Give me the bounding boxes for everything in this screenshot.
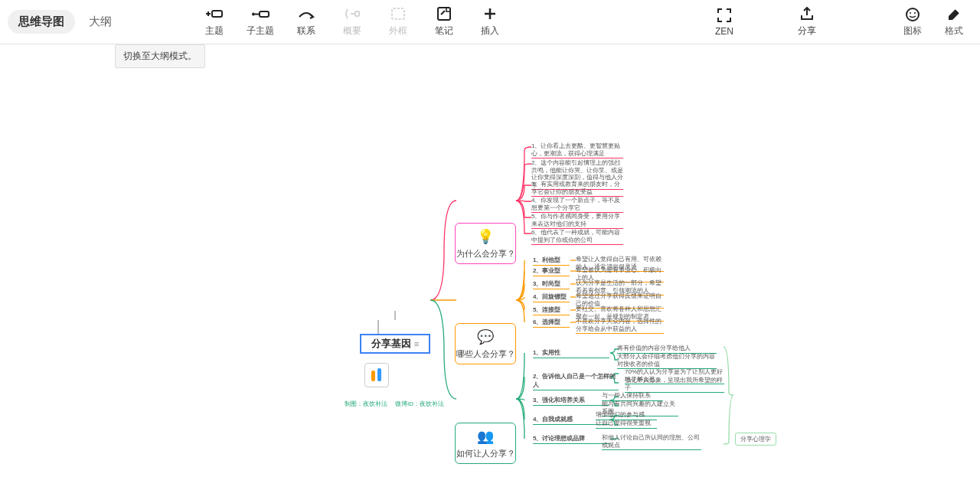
topic-icon [206, 6, 223, 21]
list-item[interactable]: 3、强化和培养关系与一些人保持联系能与有共同兴趣的人建立关系圈 [533, 396, 609, 406]
svg-rect-1 [260, 11, 269, 17]
svg-rect-5 [438, 8, 450, 20]
icon-panel-button[interactable]: 图标 [894, 4, 931, 41]
list-item[interactable]: 4、自我成就感增加他们的参与感让自己觉得很受重视 [533, 415, 609, 425]
list-item[interactable]: 5、连接型要社交、喜欢将各种人和思想汇聚在一起，是规划的制定者 [533, 305, 570, 315]
svg-point-6 [906, 8, 919, 21]
view-switch: 思维导图 大纲 [8, 10, 119, 34]
relation-icon [298, 6, 315, 21]
list-item[interactable]: 3、时尚型认为分享是生活的一部分，希望看着有创意、引领潮流的人 [533, 279, 570, 289]
insert-button[interactable]: 插入 [467, 4, 513, 41]
plus-icon [483, 6, 497, 21]
toolbar-group-share: 分享 [784, 4, 830, 41]
mindmap-canvas[interactable]: 分享基因 ≡ 制图：夜饮补法 微博ID：夜饮补法 💡 为什么会分享？ 💬 哪些人… [0, 44, 980, 503]
svg-rect-4 [392, 8, 404, 19]
boundary-icon [391, 6, 405, 21]
toolbar-group-edit: 主题 子主题 联系 概要 外框 笔记 插入 [191, 4, 513, 41]
note-icon [437, 6, 451, 21]
lightbulb-icon: 💡 [477, 228, 494, 245]
root-node[interactable]: 分享基因 ≡ [360, 334, 430, 354]
topic-button[interactable]: 主题 [191, 4, 237, 41]
branch-who[interactable]: 💬 哪些人会分享？ [455, 323, 516, 364]
svg-rect-9 [371, 371, 375, 381]
list-item[interactable]: 1、利他型希望让人觉得自己有用、可依赖的人，通常消息很灵通 [533, 256, 570, 266]
boundary-button: 外框 [375, 4, 421, 41]
branch-label: 哪些人会分享？ [456, 348, 515, 360]
smile-icon [905, 7, 920, 22]
zen-button[interactable]: ZEN [701, 4, 747, 41]
attachment-node[interactable] [364, 363, 389, 387]
svg-point-7 [910, 12, 911, 14]
list-item[interactable]: 6、选择型不喜欢分享大众内容，选择性的分享给会从中获益的人 [533, 318, 570, 328]
right-tools: 图标 格式 [894, 4, 972, 41]
list-item[interactable]: 2、告诉他人自己是一个怎样的人70%的人认为分享是为了让别人更好地了解自己强化个… [533, 372, 619, 390]
list-item[interactable]: 1、实用性将有价值的内容分享给他人大部分人会仔细考虑他们分享的内容对接收者的价值 [533, 348, 609, 358]
svg-point-8 [914, 12, 916, 14]
svg-rect-0 [212, 11, 222, 17]
branch-why[interactable]: 💡 为什么会分享？ [455, 223, 516, 264]
list-item[interactable]: 1、让你看上去更酷、更智慧更贴心，更潮流，获得心理满足 [531, 142, 623, 158]
note-button[interactable]: 笔记 [421, 4, 467, 41]
svg-point-2 [252, 13, 255, 16]
list-item[interactable]: 4、回旋镖型希望通过分享获得反馈来证明自己的价值 [533, 292, 570, 302]
share-button[interactable]: 分享 [784, 4, 830, 41]
list-item[interactable]: 6、他代表了一种成就，可能内容中提到了你或你的公司 [531, 229, 623, 245]
list-item[interactable]: 3、有实用或教育来的朋友时，分享它会让你的朋友受益 [531, 181, 623, 197]
format-icon [946, 7, 962, 22]
attachment-caption: 制图：夜饮补法 微博ID：夜饮补法 [345, 400, 444, 408]
format-panel-button[interactable]: 格式 [936, 4, 972, 41]
summary-button: 概要 [329, 4, 375, 41]
root-label: 分享基因 [371, 337, 411, 351]
note-indicator-icon: ≡ [414, 339, 419, 348]
list-item[interactable]: 4、你发现了一个新点子，等不及想要第一个分享它 [531, 197, 623, 213]
list-item[interactable]: 5、你与作者感同身受，要用分享来表达对他们的支持 [531, 213, 623, 229]
people-icon: 👥 [477, 428, 494, 445]
list-item[interactable]: 5、讨论理想或品牌和他人讨论自己所认同的理想、公司或观点 [533, 434, 609, 444]
summary-icon [345, 6, 360, 21]
branch-label: 为什么会分享？ [456, 248, 515, 260]
chat-icon: 💬 [477, 328, 494, 345]
svg-rect-10 [377, 368, 381, 381]
svg-rect-3 [355, 11, 359, 16]
relation-button[interactable]: 联系 [283, 4, 329, 41]
attachment-icon [370, 367, 384, 384]
list-item[interactable]: 2、事业型希望被认为是有事业心、积极向上的人 [533, 266, 570, 276]
toolbar-group-view: ZEN [701, 4, 747, 41]
subtopic-icon [251, 6, 270, 21]
view-outline-tab[interactable]: 大纲 [81, 10, 119, 34]
subtopic-button[interactable]: 子主题 [237, 4, 283, 41]
view-mindmap-tab[interactable]: 思维导图 [8, 10, 75, 34]
top-toolbar: 思维导图 大纲 主题 子主题 联系 概要 外框 笔记 插入 [0, 0, 980, 44]
share-icon [800, 6, 814, 21]
branch-label: 如何让人分享？ [456, 448, 515, 459]
branch-how[interactable]: 👥 如何让人分享？ [455, 423, 516, 464]
summary-node[interactable]: 分享心理学 [735, 433, 776, 446]
zen-icon [717, 8, 731, 23]
